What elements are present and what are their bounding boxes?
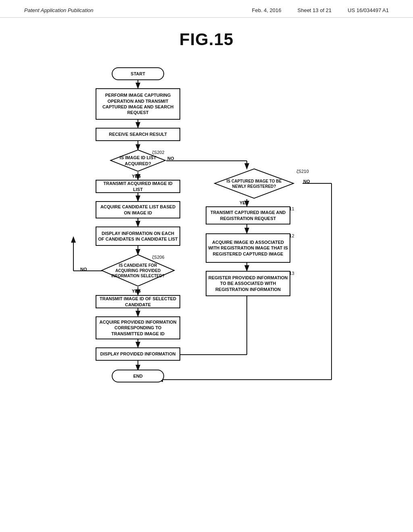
header-publication: Patent Application Publication (24, 7, 94, 13)
page-header: Patent Application Publication Feb. 4, 2… (0, 0, 413, 18)
node-s203: TRANSMIT ACQUIRED IMAGE ID LIST (96, 180, 180, 193)
node-s206: IS CANDIDATE FOR ACQUIRING PROVIDED INFO… (101, 254, 175, 287)
node-s208: ACQUIRE PROVIDED INFORMATION CORRESPONDI… (96, 316, 180, 339)
node-s204: ACQUIRE CANDIDATE LIST BASED ON IMAGE ID (96, 201, 180, 218)
header-meta: Feb. 4, 2016 Sheet 13 of 21 US 16/034497… (252, 7, 389, 13)
node-s212: ACQUIRE IMAGE ID ASSOCIATED WITH REGISTR… (206, 233, 290, 263)
node-s210: IS CAPTURED IMAGE TO BE NEWLY REGISTERED… (214, 168, 294, 199)
header-sheet: Sheet 13 of 21 (298, 7, 332, 13)
s202-no-label: NO (167, 156, 174, 161)
figure-title: FIG.15 (0, 30, 413, 49)
step-s210-label: ζS210 (296, 169, 309, 174)
node-s201: RECEIVE SEARCH RESULT (96, 128, 180, 141)
node-s207: TRANSMIT IMAGE ID OF SELECTED CANDIDATE (96, 295, 180, 308)
node-s213: REGISTER PROVIDED INFORMATION TO BE ASSO… (206, 271, 290, 296)
end-node: END (112, 370, 164, 382)
flowchart: START ζS200 PERFORM IMAGE CAPTURING OPER… (33, 57, 380, 501)
start-node: START (112, 67, 164, 80)
node-s200: PERFORM IMAGE CAPTURING OPERATION AND TR… (96, 88, 180, 120)
node-s211: TRANSMIT CAPTURED IMAGE AND REGISTRATION… (206, 206, 290, 224)
s210-yes-label: YES (240, 200, 248, 205)
s210-no-label: NO (303, 179, 310, 184)
node-s209: DISPLAY PROVIDED INFORMATION (96, 347, 180, 361)
s206-no-label: NO (80, 267, 87, 272)
s202-yes-label: YES (132, 174, 141, 179)
node-s205: DISPLAY INFORMATION ON EACH OF CANDIDATE… (96, 227, 180, 246)
header-date: Feb. 4, 2016 (252, 7, 282, 13)
header-patent: US 16/034497 A1 (348, 7, 389, 13)
node-s202: IS IMAGE ID LIST ACQUIRED? (110, 149, 166, 172)
s206-yes-label: YES (132, 289, 141, 293)
